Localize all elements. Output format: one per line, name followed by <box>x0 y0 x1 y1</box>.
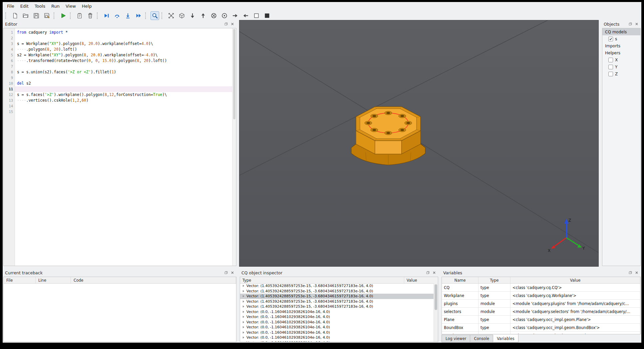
menu-help[interactable]: Help <box>79 3 95 10</box>
code-line[interactable]: ····.transformed(rotate=Vector(0, 0, 15.… <box>15 58 232 64</box>
inspector-row[interactable]: Vector: (0.0, -1.1604610293826104e-16, 4… <box>240 325 434 330</box>
expand-arrow-icon[interactable] <box>242 305 245 308</box>
tree-item-cq-models[interactable]: CQ models <box>602 28 640 35</box>
inspector-row[interactable]: Vector: (1.4053924288597253e-15, -3.6804… <box>240 289 434 294</box>
shaded-button[interactable] <box>263 11 271 20</box>
code-line[interactable]: del s2 <box>15 81 232 86</box>
inspector-row[interactable]: Vector: (0.0, -1.1604610293826104e-16, 4… <box>240 335 434 340</box>
expand-arrow-icon[interactable] <box>242 300 245 303</box>
code-line[interactable]: s = s.faces('>Z').workplane().polygon(8,… <box>15 92 232 98</box>
tree-item-x[interactable]: X <box>602 56 640 63</box>
delete-button[interactable] <box>86 11 95 20</box>
code-line[interactable] <box>15 103 232 109</box>
inspector-rows[interactable]: Vector: (1.4053924288597253e-15, -3.6804… <box>240 283 434 342</box>
variables-column-value[interactable]: Value <box>510 277 640 283</box>
checkbox[interactable] <box>608 37 613 41</box>
inspector-column-type[interactable]: Type <box>240 277 404 283</box>
expand-arrow-icon[interactable] <box>242 341 245 342</box>
view-back-button[interactable] <box>220 11 229 20</box>
code-line[interactable]: s2 = Workplane("XY").polygon(8, 20.0).wo… <box>15 52 232 58</box>
fit-view-button[interactable] <box>167 11 175 20</box>
variables-row-matrix[interactable]: Matrixtype<class 'cadquery.occ_impl.geom… <box>442 332 640 334</box>
close-panel-button[interactable] <box>230 22 235 26</box>
checkbox[interactable] <box>608 58 613 62</box>
menu-view[interactable]: View <box>63 3 79 10</box>
code-line[interactable]: s = Workplane("XY").polygon(8, 20.0).wor… <box>15 41 232 47</box>
menu-edit[interactable]: Edit <box>17 3 32 10</box>
expand-arrow-icon[interactable] <box>242 326 245 329</box>
debug-step-button[interactable] <box>113 11 122 20</box>
variables-column-name[interactable]: Name <box>442 277 479 283</box>
view-top-button[interactable] <box>199 11 207 20</box>
code-line[interactable]: ····.vertices().cskHole(1,2,60) <box>15 98 232 103</box>
tree-item-y[interactable]: Y <box>602 63 640 70</box>
expand-arrow-icon[interactable] <box>242 284 245 287</box>
objects-tree[interactable]: CQ modelssImportsHelpersXYZ <box>602 28 641 266</box>
wireframe-button[interactable] <box>252 11 261 20</box>
traceback-column-code[interactable]: Code <box>71 277 236 283</box>
inspector-scrollbar[interactable] <box>434 283 438 342</box>
view-front-button[interactable] <box>209 11 218 20</box>
tab-console[interactable]: Console <box>470 335 493 342</box>
code-line[interactable] <box>15 75 232 81</box>
code-line[interactable]: ····.polygon(8, 20).loft() <box>15 47 232 52</box>
close-panel-button[interactable] <box>432 270 437 275</box>
inspector-row[interactable]: Vector: (0.0, -1.1604610293826104e-16, 4… <box>240 330 434 335</box>
inspector-row[interactable]: Vector: (0.0, -1.1604610293826104e-16, 4… <box>240 314 434 320</box>
expand-arrow-icon[interactable] <box>242 331 245 334</box>
variables-row-workplane[interactable]: Workplanetype<class 'cadquery.cq.Workpla… <box>442 292 640 300</box>
variables-column-type[interactable]: Type <box>479 277 510 283</box>
inspector-row[interactable]: Vector: (0.0, -1.1604610293826104e-16, 4… <box>240 309 434 315</box>
new-file-button[interactable] <box>11 11 19 20</box>
iso-view-button[interactable] <box>177 11 186 20</box>
code-line[interactable] <box>15 86 232 92</box>
viewport-canvas[interactable]: X Y Z <box>239 20 598 266</box>
view-bottom-button[interactable] <box>188 11 197 20</box>
code-lines[interactable]: from cadquery import *s = Workplane("XY"… <box>15 28 232 266</box>
float-panel-button[interactable] <box>426 270 430 275</box>
code-editor[interactable]: 123456789101112131415 from cadquery impo… <box>3 28 236 266</box>
inspector-column-value[interactable]: Value <box>404 277 438 283</box>
code-line[interactable]: from cadquery import * <box>15 30 232 35</box>
tree-item-imports[interactable]: Imports <box>602 42 640 49</box>
variables-row-selectors[interactable]: selectorsmodule<module 'cadquery.selecto… <box>442 308 640 316</box>
debug-run-button[interactable] <box>102 11 111 20</box>
save-as-button[interactable] <box>43 11 51 20</box>
tree-item-s[interactable]: s <box>602 35 640 42</box>
tab-log-viewer[interactable]: Log viewer <box>442 335 470 342</box>
code-line[interactable] <box>15 109 232 115</box>
expand-arrow-icon[interactable] <box>242 290 245 293</box>
copy-button[interactable] <box>75 11 84 20</box>
expand-arrow-icon[interactable] <box>242 321 245 324</box>
editor-scrollbar[interactable] <box>232 28 236 266</box>
code-line[interactable]: s = s.union(s2).faces('>Z or <Z').fillet… <box>15 69 232 75</box>
variables-row-plane[interactable]: Planetype<class 'cadquery.occ_impl.geom.… <box>442 316 640 324</box>
float-panel-button[interactable] <box>628 22 633 26</box>
float-panel-button[interactable] <box>224 22 228 26</box>
expand-arrow-icon[interactable] <box>242 310 245 313</box>
checkbox[interactable] <box>608 65 613 69</box>
open-button[interactable] <box>21 11 30 20</box>
viewport-3d[interactable]: X Y Z <box>239 20 599 267</box>
expand-arrow-icon[interactable] <box>242 295 245 298</box>
float-panel-button[interactable] <box>224 270 228 275</box>
close-panel-button[interactable] <box>230 270 235 275</box>
inspector-row[interactable]: Vector: (1.4053924288597253e-15, -3.6804… <box>240 283 434 289</box>
traceback-column-line[interactable]: Line <box>36 277 71 283</box>
tree-item-z[interactable]: Z <box>602 70 640 77</box>
inspector-row[interactable]: Vector: (0.0, -1.1604610293826104e-16, 4… <box>240 340 434 342</box>
traceback-column-file[interactable]: File <box>4 277 36 283</box>
debug-step-in-button[interactable] <box>124 11 132 20</box>
tree-item-helpers[interactable]: Helpers <box>602 49 640 56</box>
close-panel-button[interactable] <box>634 270 639 275</box>
render-button[interactable] <box>59 11 68 20</box>
cad-model[interactable] <box>351 107 425 165</box>
view-right-button[interactable] <box>231 11 239 20</box>
menu-file[interactable]: File <box>4 3 17 10</box>
zoom-button[interactable] <box>151 11 159 20</box>
inspector-row[interactable]: Vector: (1.4053924288597253e-15, -3.6804… <box>240 304 434 309</box>
inspector-row[interactable]: Vector: (0.0, -1.1604610293826104e-16, 4… <box>240 320 434 325</box>
variables-row-plugins[interactable]: pluginsmodule<module 'cadquery.plugins' … <box>442 300 640 308</box>
code-line[interactable] <box>15 64 232 69</box>
tab-variables[interactable]: Variables <box>493 335 518 342</box>
